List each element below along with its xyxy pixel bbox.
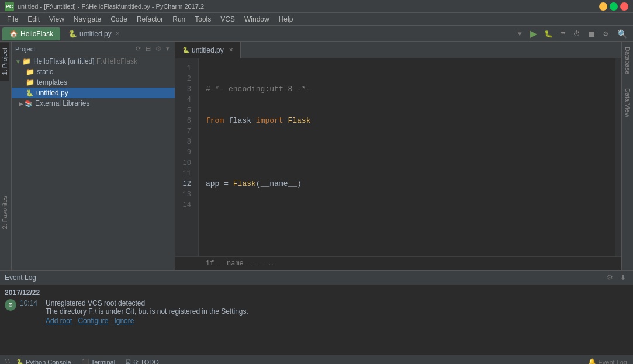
- run-button[interactable]: ▶: [528, 27, 539, 40]
- bottom-toolbar: ⟩⟩ 🐍 Python Console ⬛ Terminal ☑ 6: TODO…: [0, 355, 633, 364]
- ln-13: 13: [175, 189, 196, 200]
- code-content[interactable]: #-*- encoding:utf-8 -*- from flask impor…: [199, 58, 615, 256]
- stop-button[interactable]: ⏹: [585, 28, 598, 40]
- menu-navigate[interactable]: Navigate: [69, 14, 106, 25]
- log-link-add-root[interactable]: Add root: [46, 317, 72, 325]
- log-links-0: Add root Configure Ignore: [46, 317, 248, 325]
- event-log-button[interactable]: 🔔 Event Log: [586, 358, 629, 364]
- menu-code[interactable]: Code: [106, 14, 132, 25]
- tab-helloflask-label: HelloFlask: [20, 30, 53, 38]
- coverage-button[interactable]: ☂: [558, 29, 569, 39]
- ln-6: 6: [175, 116, 196, 126]
- menu-window[interactable]: Window: [240, 14, 274, 25]
- panel-collapse-button[interactable]: ⊟: [144, 44, 153, 53]
- tab-favorites[interactable]: 2: Favorites: [0, 190, 12, 235]
- log-entry-text-0: 10:14 Unregistered VCS root detected The…: [20, 299, 248, 325]
- tools-btn[interactable]: ⚙: [600, 29, 611, 39]
- log-link-ignore[interactable]: Ignore: [114, 317, 134, 325]
- log-link-configure[interactable]: Configure: [78, 317, 108, 325]
- log-time-0: 10:14: [20, 299, 43, 307]
- tab-untitled-py[interactable]: 🐍 untitled.py ✕: [61, 27, 127, 40]
- tree-item-untitled-py[interactable]: 🐍 untitled.py: [12, 88, 175, 98]
- bottom-toolbar-right: 🔔 Event Log: [586, 358, 629, 364]
- tab-terminal[interactable]: ⬛ Terminal: [77, 358, 120, 365]
- left-vert-tabs: 1: Project 2: Favorites: [0, 42, 12, 270]
- menu-edit[interactable]: Edit: [23, 14, 44, 25]
- tab-todo[interactable]: ☑ 6: TODO: [121, 358, 164, 365]
- code-line-2: from flask import Flask: [206, 116, 608, 126]
- menu-tools[interactable]: Tools: [190, 14, 216, 25]
- sidebar-database[interactable]: Database: [623, 42, 632, 79]
- tree-item-templates[interactable]: 📁 templates: [12, 77, 175, 88]
- editor-hint: if __name__ == …: [175, 256, 621, 270]
- debug-button[interactable]: 🐛: [542, 29, 555, 39]
- ln-5: 5: [175, 105, 196, 116]
- right-sidebar: Database Data View: [621, 42, 633, 270]
- project-panel-title: Project: [15, 46, 134, 53]
- code-line-3: [206, 147, 608, 158]
- tab-close-icon[interactable]: ✕: [115, 30, 120, 37]
- event-log-settings-button[interactable]: ⚙: [604, 272, 615, 283]
- menu-refactor[interactable]: Refactor: [132, 14, 168, 25]
- close-button[interactable]: [620, 2, 628, 11]
- ext-libs-label: External Libraries: [35, 99, 89, 108]
- ln-1: 1: [175, 63, 196, 74]
- minimize-button[interactable]: [599, 2, 607, 11]
- panel-sync-button[interactable]: ⟳: [134, 44, 143, 53]
- root-folder-icon: 📁: [22, 57, 31, 65]
- window-title: untitled - [F:\untitled] - F:\HelloFlask…: [18, 3, 597, 10]
- tree-arrow-root: ▼: [15, 58, 21, 65]
- run-dropdown-button[interactable]: ▾: [514, 28, 525, 39]
- todo-label: 6: TODO: [133, 359, 159, 365]
- title-bar: PC untitled - [F:\untitled] - F:\HelloFl…: [0, 0, 633, 13]
- event-log-content: 2017/12/22 ⚙ 10:14 Unregistered VCS root…: [0, 285, 633, 355]
- templates-folder-icon: 📁: [26, 78, 34, 86]
- ext-libs-icon: 📚: [25, 100, 33, 108]
- ln-4: 4: [175, 95, 196, 105]
- tree-item-static[interactable]: 📁 static: [12, 67, 175, 77]
- terminal-icon: ⬛: [82, 359, 89, 364]
- tab-untitled-py-label: untitled.py: [79, 30, 112, 38]
- tree-item-ext-libs[interactable]: ▶ 📚 External Libraries: [12, 98, 175, 109]
- expand-arrow-button[interactable]: ⟩⟩: [4, 358, 12, 365]
- python-console-label: Python Console: [26, 359, 71, 365]
- ln-10: 10: [175, 158, 196, 168]
- ext-libs-arrow: ▶: [19, 100, 23, 107]
- code-area[interactable]: 1 2 3 4 5 6 7 8 9 10 11 12 13 14 #-*- en…: [175, 58, 621, 256]
- log-entry-0: ⚙ 10:14 Unregistered VCS root detected T…: [5, 299, 628, 325]
- tab-helloflask[interactable]: 🏠 HelloFlask: [2, 27, 60, 40]
- sidebar-data-view[interactable]: Data View: [623, 84, 632, 122]
- ln-12: 12: [175, 179, 196, 189]
- profile-button[interactable]: ⏱: [571, 29, 583, 39]
- untitledpy-icon: 🐍: [68, 30, 77, 38]
- panel-actions: ⟳ ⊟ ⚙ ▾: [134, 44, 171, 53]
- bottom-panel-header: Event Log ⚙ ⬇: [0, 271, 633, 285]
- menu-help[interactable]: Help: [274, 14, 298, 25]
- editor-scrollbar[interactable]: [615, 58, 621, 256]
- untitled-py-label: untitled.py: [36, 89, 68, 97]
- event-log-actions: ⚙ ⬇: [604, 272, 628, 283]
- search-button[interactable]: 🔍: [614, 28, 631, 40]
- ln-7: 7: [175, 126, 196, 137]
- code-editor: 🐍 untitled.py ✕ 1 2 3 4 5 6 7 8 9 10 11 …: [175, 42, 621, 270]
- tree-root[interactable]: ▼ 📁 HelloFlask [untitled] F:\HelloFlask: [12, 56, 175, 67]
- editor-tab-untitled-py[interactable]: 🐍 untitled.py ✕: [175, 42, 241, 58]
- tab-python-console[interactable]: 🐍 Python Console: [12, 358, 76, 365]
- log-date: 2017/12/22: [5, 289, 628, 297]
- menu-view[interactable]: View: [44, 14, 69, 25]
- event-log-minimize-button[interactable]: ⬇: [618, 272, 628, 283]
- editor-tab-close-icon[interactable]: ✕: [229, 47, 233, 53]
- maximize-button[interactable]: [610, 2, 618, 11]
- log-detail-0: The directory F:\ is under Git, but is n…: [46, 307, 248, 316]
- panel-settings-button[interactable]: ⚙: [154, 44, 163, 53]
- menu-file[interactable]: File: [2, 14, 23, 25]
- root-label: HelloFlask [untitled] F:\HelloFlask: [33, 57, 137, 65]
- menu-run[interactable]: Run: [168, 14, 190, 25]
- event-log-title: Event Log: [5, 273, 604, 282]
- panel-gear-button[interactable]: ▾: [164, 44, 171, 53]
- menu-vcs[interactable]: VCS: [216, 14, 240, 25]
- python-console-icon: 🐍: [16, 359, 23, 364]
- code-line-5: [206, 210, 608, 221]
- tab-project[interactable]: 1: Project: [0, 42, 9, 81]
- terminal-label: Terminal: [91, 359, 116, 365]
